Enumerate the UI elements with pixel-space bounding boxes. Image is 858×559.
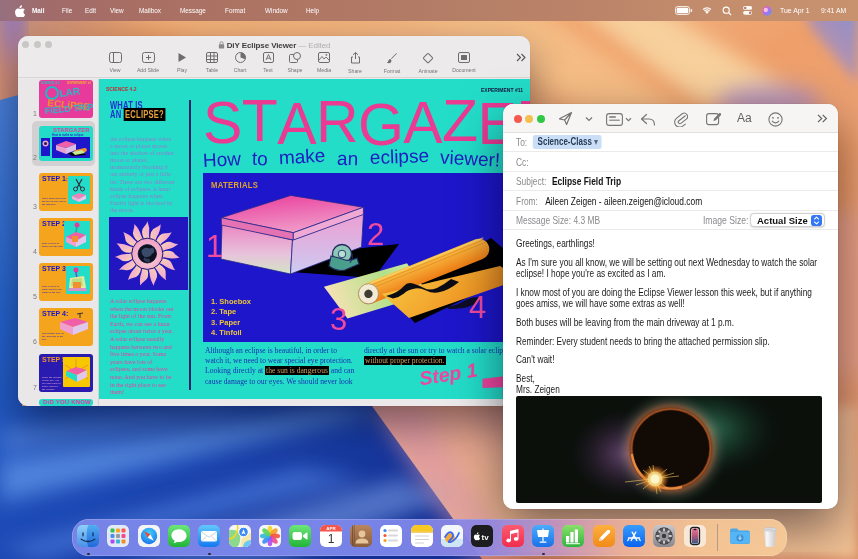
svg-text:4: 4 [469, 290, 486, 325]
svg-text:1: 1 [327, 532, 334, 546]
svg-text:LAR: LAR [59, 85, 82, 99]
svg-text:APR: APR [326, 526, 336, 531]
svg-text:1: 1 [206, 229, 223, 264]
svg-text:3: 3 [330, 302, 347, 337]
svg-text:2: 2 [367, 217, 384, 252]
svg-text:tv: tv [482, 533, 490, 542]
